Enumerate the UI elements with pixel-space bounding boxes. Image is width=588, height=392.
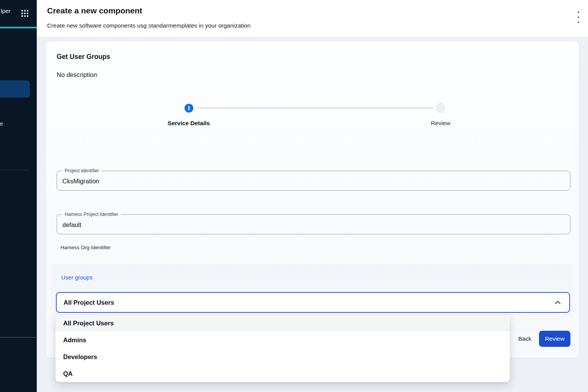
step-label-service-details: Service Details: [154, 120, 223, 127]
harness-org-identifier-label: Hamess Org Identifier: [60, 245, 111, 250]
section-title: Get User Groups: [57, 53, 110, 61]
user-groups-dropdown-menu: All Project Users Admins Developers QA: [56, 315, 510, 382]
dropdown-option[interactable]: All Project Users: [56, 315, 510, 332]
harness-project-identifier-input[interactable]: [62, 219, 565, 230]
page-subtitle: Create new software components usg stand…: [47, 22, 251, 29]
field-label: Project identifier: [62, 168, 101, 174]
project-identifier-field: Project identifier: [57, 171, 570, 191]
sidebar-divider: [0, 337, 36, 338]
stepper-connector-line: [196, 108, 434, 108]
dropdown-option[interactable]: Admins: [56, 332, 510, 348]
select-value: All Project Users: [64, 299, 114, 306]
main-content: Get User Groups No description Service D…: [37, 37, 588, 392]
page-title: Create a new component: [47, 6, 142, 15]
back-button[interactable]: Back: [511, 331, 539, 347]
chevron-up-icon: [555, 301, 561, 304]
section-description: No description: [57, 71, 97, 78]
step-label-review: Review: [418, 120, 464, 127]
user-groups-select[interactable]: All Project Users: [56, 292, 570, 313]
app-window: lper e Create a new component Create new…: [0, 0, 588, 392]
sidebar-accent-line: [0, 27, 37, 28]
field-label: Hamess Project Identifier: [62, 211, 121, 217]
page-header: Create a new component Create new softwa…: [37, 0, 588, 37]
step-number-glyph: [188, 106, 189, 110]
dropdown-option[interactable]: Developers: [56, 348, 510, 365]
step-1-indicator: [185, 104, 193, 113]
sidebar-item-label[interactable]: e: [0, 121, 3, 127]
sidebar-brand-text: lper: [1, 8, 11, 14]
step-2-indicator: [436, 103, 445, 113]
form-card: Get User Groups No description Service D…: [46, 41, 579, 358]
dropdown-option[interactable]: QA: [56, 365, 510, 382]
sidebar-active-item[interactable]: [0, 80, 30, 98]
user-groups-link[interactable]: User groups: [61, 274, 93, 281]
kebab-menu-icon[interactable]: [575, 11, 582, 24]
harness-project-identifier-field: Hamess Project Identifier: [57, 215, 570, 234]
review-button[interactable]: Review: [539, 331, 570, 347]
sidebar: lper e: [0, 0, 37, 392]
apps-grid-icon[interactable]: [21, 10, 29, 18]
project-identifier-input[interactable]: [62, 175, 565, 187]
sidebar-divider: [0, 170, 29, 170]
